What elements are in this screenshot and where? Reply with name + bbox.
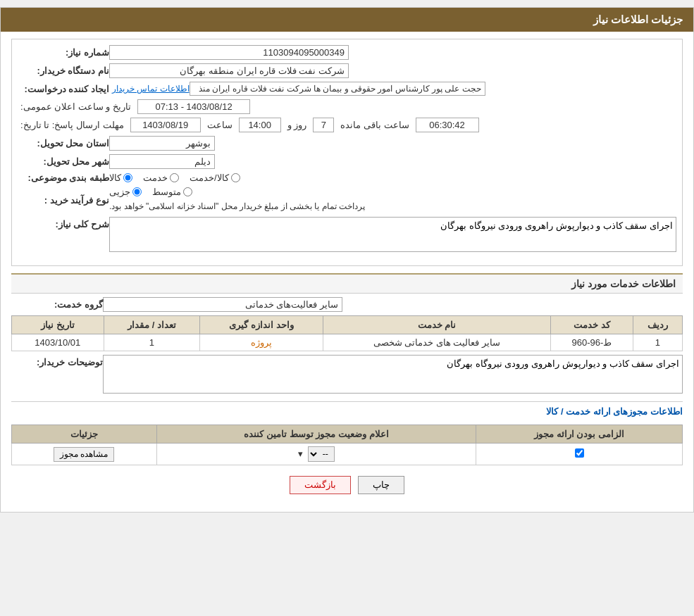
radio-khadamat-input[interactable] <box>170 173 179 182</box>
sharh-content: اجرای سقف کاذب و دیوارپوش راهروی ورودی ن… <box>109 217 676 254</box>
radio-jozi-input[interactable] <box>132 187 142 196</box>
cell-tarikh: 1403/10/01 <box>12 334 104 351</box>
lic-ealam-select[interactable]: -- <box>308 446 335 462</box>
farayand-label: نوع فرآیند خرید : <box>18 195 109 206</box>
shahr-label: شهر محل تحویل: <box>18 156 109 167</box>
license-table: الزامی بودن ارائه مجوز اعلام وضعیت مجوز … <box>11 425 683 465</box>
grouh-value: سایر فعالیت‌های خدماتی <box>103 297 342 312</box>
farayand-radio-group: متوسط جزیی <box>109 187 192 197</box>
radio-kala: کالا <box>109 172 132 183</box>
radio-khadamat-label: خدمت <box>143 172 168 183</box>
tabaqe-label: طبقه بندی موضوعی: <box>18 172 109 183</box>
ijad-value: حجت علی پور کارشناس امور حقوقی و بیمان ه… <box>190 82 485 96</box>
sharh-textarea[interactable]: اجرای سقف کاذب و دیوارپوش راهروی ورودی ن… <box>109 217 676 252</box>
content-area: 1103094095000349 شماره نیاز: شرکت نفت فل… <box>1 32 693 512</box>
sharh-row: اجرای سقف کاذب و دیوارپوش راهروی ورودی ن… <box>18 217 676 254</box>
lic-elzami-cell <box>476 444 683 465</box>
cell-nam: سایر فعالیت های خدماتی شخصی <box>323 334 550 351</box>
baqi-label: ساعت باقی مانده <box>337 120 411 130</box>
dastgah-label: نام دستگاه خریدار: <box>18 65 109 76</box>
radio-kala-khadamat-input[interactable] <box>231 173 240 182</box>
cell-radif: 1 <box>633 334 682 351</box>
lic-col-elzami: الزامی بودن ارائه مجوز <box>476 425 683 444</box>
radio-kala-label: کالا <box>109 172 121 183</box>
col-nam: نام خدمت <box>323 316 550 334</box>
radio-motovaset: متوسط <box>152 187 192 197</box>
tosih-row: اجرای سقف کاذب و دیوارپوش راهروی ورودی ن… <box>11 355 683 396</box>
radio-motovaset-input[interactable] <box>183 187 192 196</box>
announce-date-value: 1403/08/12 - 07:13 <box>137 99 250 114</box>
radio-khadamat: خدمت <box>143 172 179 183</box>
radio-kala-khadamat-label: کالا/خدمت <box>190 172 229 183</box>
radio-jozi: جزیی <box>109 187 142 197</box>
page-wrapper: جزئیات اطلاعات نیاز 1103094095000349 شما… <box>0 7 694 513</box>
mohlat-saat-value: 14:00 <box>239 118 281 132</box>
purchase-note: پرداخت تمام یا بخشی از مبلغ خریدار محل "… <box>109 201 365 211</box>
services-table: ردیف کد خدمت نام خدمت واحد اندازه گیری ت… <box>11 315 683 351</box>
dastgah-value: شرکت نفت فلات قاره ایران منطقه بهرگان <box>109 63 349 78</box>
bottom-buttons: چاپ بازگشت <box>11 476 683 494</box>
mohlat-date-value: 1403/08/19 <box>130 118 201 132</box>
col-tarikh: تاریخ نیاز <box>12 316 104 334</box>
back-button[interactable]: بازگشت <box>290 476 351 494</box>
grouh-row: سایر فعالیت‌های خدماتی گروه خدمت: <box>11 297 683 312</box>
cell-tedad: 1 <box>104 334 200 351</box>
cell-vahed: پروژه <box>200 334 323 351</box>
mohlat-label: مهلت ارسال پاسخ: تا تاریخ: <box>18 120 127 130</box>
print-button[interactable]: چاپ <box>358 476 404 494</box>
col-vahed: واحد اندازه گیری <box>200 316 323 334</box>
table-row: 1 ط-96-960 سایر فعالیت های خدماتی شخصی پ… <box>12 334 683 351</box>
radio-jozi-label: جزیی <box>109 187 130 197</box>
radio-kala-input[interactable] <box>123 173 132 182</box>
license-row: -- ▾ مشاهده مجوز <box>12 444 683 465</box>
radio-motovaset-label: متوسط <box>152 187 181 197</box>
purchase-note-text: پرداخت تمام یا بخشی از مبلغ خریدار محل "… <box>109 201 365 211</box>
licenses-title: اطلاعات مجوزهای ارائه خدمت / کالا <box>11 401 683 419</box>
grouh-label: گروه خدمت: <box>11 299 103 310</box>
sharh-label: شرح کلی نیاز: <box>18 217 109 230</box>
ijad-label: ایجاد کننده درخواست: <box>18 84 109 94</box>
lic-joziyat-cell: مشاهده مجوز <box>12 444 157 465</box>
page-title: جزئیات اطلاعات نیاز <box>593 13 683 25</box>
dastgah-row: شرکت نفت فلات قاره ایران منطقه بهرگان نا… <box>18 63 676 78</box>
shomara-row: 1103094095000349 شماره نیاز: <box>18 45 676 60</box>
tosih-label: توضیحات خریدار: <box>11 355 103 367</box>
radio-kala-khadamat: کالا/خدمت <box>190 172 240 183</box>
lic-ealam-cell: -- ▾ <box>156 444 476 465</box>
page-header: جزئیات اطلاعات نیاز <box>1 8 693 32</box>
tosih-content: اجرای سقف کاذب و دیوارپوش راهروی ورودی ن… <box>103 355 683 396</box>
ostan-value: بوشهر <box>109 136 215 151</box>
view-license-button[interactable]: مشاهده مجوز <box>54 447 114 462</box>
mohlat-roz-label: روز و <box>285 120 310 130</box>
mohlat-saat-label: ساعت <box>204 120 235 130</box>
lic-elzami-checkbox[interactable] <box>575 448 584 458</box>
col-radif: ردیف <box>633 316 682 334</box>
mohlat-row: 06:30:42 ساعت باقی مانده 7 روز و 14:00 س… <box>18 118 676 132</box>
shahr-row: دیلم شهر محل تحویل: <box>18 154 676 169</box>
shahr-value: دیلم <box>109 154 215 169</box>
main-info-section: 1103094095000349 شماره نیاز: شرکت نفت فل… <box>11 39 683 266</box>
lic-col-joziyat: جزئیات <box>12 425 157 444</box>
farayand-row: متوسط جزیی پرداخت تمام یا بخشی از مبلغ خ… <box>18 187 676 213</box>
ijad-link[interactable]: اطلاعات تماس خریدار <box>112 84 190 94</box>
shomara-label: شماره نیاز: <box>18 47 109 58</box>
mohlat-roz-value: 7 <box>313 118 334 132</box>
announce-date-row: 1403/08/12 - 07:13 تاریخ و ساعت اعلان عم… <box>18 99 676 114</box>
cell-kod: ط-96-960 <box>551 334 633 351</box>
tabaqe-row: کالا/خدمت خدمت کالا طبقه بندی موضوعی: <box>18 172 676 183</box>
lic-col-ealam: اعلام وضعیت مجوز توسط تامین کننده <box>156 425 476 444</box>
ostan-row: بوشهر استان محل تحویل: <box>18 136 676 151</box>
tabaqe-radio-group: کالا/خدمت خدمت کالا <box>109 172 240 183</box>
col-tedad: تعداد / مقدار <box>104 316 200 334</box>
khadamat-section-title: اطلاعات خدمات مورد نیاز <box>11 273 683 294</box>
tosih-textarea[interactable]: اجرای سقف کاذب و دیوارپوش راهروی ورودی ن… <box>103 355 683 394</box>
announce-date-label: تاریخ و ساعت اعلان عمومی: <box>18 101 134 112</box>
baqi-value: 06:30:42 <box>416 118 479 132</box>
ostan-label: استان محل تحویل: <box>18 138 109 149</box>
shomara-value: 1103094095000349 <box>109 45 349 60</box>
col-kod: کد خدمت <box>551 316 633 334</box>
ijad-row: حجت علی پور کارشناس امور حقوقی و بیمان ه… <box>18 82 676 96</box>
